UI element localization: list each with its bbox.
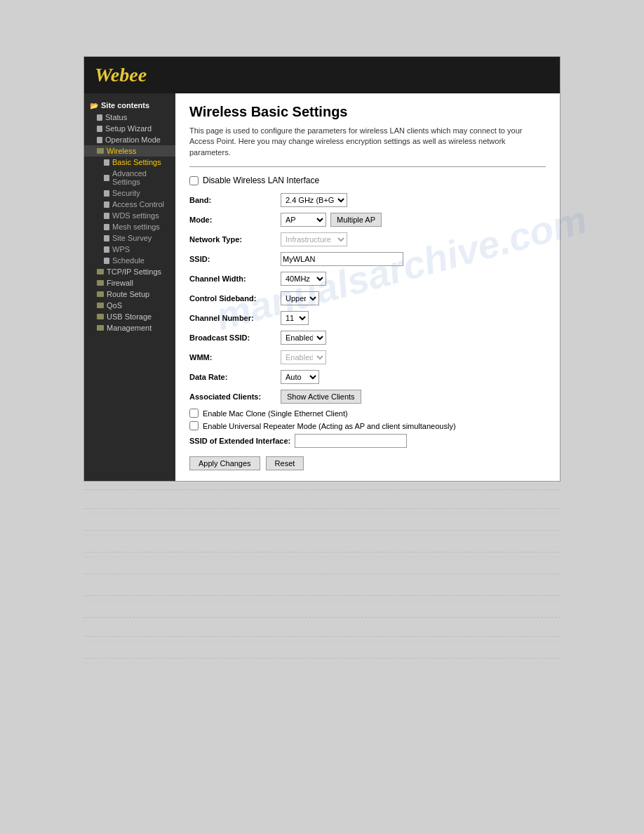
wmm-control: Enabled Disabled <box>281 350 326 364</box>
page-icon <box>104 224 109 230</box>
broadcast-ssid-label: Broadcast SSID: <box>189 333 281 342</box>
network-type-label: Network Type: <box>189 235 281 244</box>
data-rate-select[interactable]: Auto 1M2M5.5M 11M6M9M 12M18M24M 36M48M54… <box>281 370 319 384</box>
channel-number-label: Channel Number: <box>189 314 281 322</box>
folder-icon <box>97 280 104 286</box>
apply-changes-button[interactable]: Apply Changes <box>189 456 260 470</box>
ssid-extended-label: SSID of Extended Interface: <box>189 437 290 445</box>
folder-icon <box>97 291 104 297</box>
sidebar-item-wps[interactable]: WPS <box>84 244 175 255</box>
control-sideband-select[interactable]: Upper Lower <box>281 291 319 305</box>
sidebar-item-wireless[interactable]: Wireless <box>84 145 175 157</box>
universal-repeater-checkbox[interactable] <box>189 421 199 430</box>
page-icon <box>104 246 109 253</box>
channel-width-select[interactable]: 20MHz 40MHz <box>281 272 326 286</box>
folder-icon <box>97 325 104 331</box>
universal-repeater-row: Enable Universal Repeater Mode (Acting a… <box>189 421 546 430</box>
deco-line <box>83 617 561 618</box>
page-icon <box>104 258 109 264</box>
sidebar-item-site-survey[interactable]: Site Survey <box>84 232 175 244</box>
sidebar-item-firewall[interactable]: Firewall <box>84 277 175 289</box>
sidebar-item-qos[interactable]: QoS <box>84 300 175 311</box>
multiple-ap-button[interactable]: Multiple AP <box>330 213 382 227</box>
mode-row: Mode: AP Client WDS AP+WDS Multiple AP <box>189 212 546 227</box>
disable-row: Disable Wireless LAN Interface <box>189 176 546 185</box>
sidebar-item-management[interactable]: Management <box>84 322 175 333</box>
sidebar-item-route-setup[interactable]: Route Setup <box>84 289 175 300</box>
data-rate-row: Data Rate: Auto 1M2M5.5M 11M6M9M 12M18M2… <box>189 369 546 385</box>
folder-icon <box>97 269 104 274</box>
logo: Webee <box>95 64 147 86</box>
band-label: Band: <box>189 196 281 204</box>
universal-repeater-label: Enable Universal Repeater Mode (Acting a… <box>203 422 456 430</box>
page-title: Wireless Basic Settings <box>189 104 546 120</box>
band-select[interactable]: 2.4 GHz (B+G+N) 5 GHz (A+N) <box>281 193 347 207</box>
show-clients-button[interactable]: Show Active Clients <box>281 390 361 404</box>
deco-line <box>83 574 561 574</box>
deco-line <box>83 513 561 514</box>
reset-button[interactable]: Reset <box>266 456 304 470</box>
deco-line <box>83 658 561 658</box>
folder-icon: 📂 <box>90 102 98 110</box>
sidebar-item-access-control[interactable]: Access Control <box>84 199 175 210</box>
page-icon <box>104 213 109 219</box>
mode-control: AP Client WDS AP+WDS Multiple AP <box>281 213 382 227</box>
network-type-select[interactable]: Infrastructure Ad Hoc <box>281 232 347 246</box>
sidebar-item-usb-storage[interactable]: USB Storage <box>84 311 175 322</box>
page-icon <box>97 137 102 143</box>
body-area: 📂 Site contents Status Setup Wizard Oper… <box>84 93 560 481</box>
channel-number-select[interactable]: 12345 678910 111213Auto <box>281 311 309 325</box>
broadcast-ssid-select[interactable]: Enabled Disabled <box>281 331 326 345</box>
ssid-label: SSID: <box>189 255 281 263</box>
control-sideband-label: Control Sideband: <box>189 294 281 303</box>
sidebar-item-schedule[interactable]: Schedule <box>84 255 175 266</box>
broadcast-ssid-row: Broadcast SSID: Enabled Disabled <box>189 330 546 345</box>
wmm-row: WMM: Enabled Disabled <box>189 350 546 365</box>
deco-line <box>83 600 561 601</box>
deco-line <box>83 530 561 531</box>
associated-clients-row: Associated Clients: Show Active Clients <box>189 389 546 404</box>
deco-line <box>83 641 561 642</box>
mode-label: Mode: <box>189 216 281 224</box>
sidebar-item-advanced-settings[interactable]: Advanced Settings <box>84 168 175 187</box>
sidebar-item-setup-wizard[interactable]: Setup Wizard <box>84 123 175 134</box>
header: Webee <box>84 57 560 93</box>
ssid-input[interactable] <box>281 252 403 266</box>
deco-line <box>83 552 561 552</box>
broadcast-ssid-control: Enabled Disabled <box>281 331 326 345</box>
mac-clone-label: Enable Mac Clone (Single Ethernet Client… <box>203 409 348 418</box>
form-section: Disable Wireless LAN Interface Band: 2.4… <box>189 176 546 470</box>
ssid-extended-row: SSID of Extended Interface: <box>189 434 546 448</box>
deco-line <box>83 557 561 557</box>
sidebar-section-title: 📂 Site contents <box>84 99 175 112</box>
sidebar-item-mesh-settings[interactable]: Mesh settings <box>84 221 175 232</box>
channel-number-control: 12345 678910 111213Auto <box>281 311 309 325</box>
sidebar-item-tcpip[interactable]: TCP/IP Settings <box>84 266 175 277</box>
mode-select[interactable]: AP Client WDS AP+WDS <box>281 213 326 227</box>
page-icon <box>104 175 109 181</box>
sidebar-item-security[interactable]: Security <box>84 187 175 199</box>
folder-icon <box>97 314 104 319</box>
mac-clone-checkbox[interactable] <box>189 409 199 418</box>
page-icon <box>104 190 109 197</box>
control-sideband-control: Upper Lower <box>281 291 319 305</box>
deco-line <box>83 636 561 637</box>
disable-wireless-label: Disable Wireless LAN Interface <box>203 176 319 185</box>
data-rate-label: Data Rate: <box>189 373 281 381</box>
ssid-extended-input[interactable] <box>295 434 407 448</box>
sidebar-item-basic-settings[interactable]: Basic Settings <box>84 157 175 168</box>
network-type-row: Network Type: Infrastructure Ad Hoc <box>189 232 546 247</box>
disable-wireless-checkbox[interactable] <box>189 176 199 185</box>
sidebar-item-status[interactable]: Status <box>84 112 175 123</box>
deco-line <box>83 663 561 663</box>
associated-clients-control: Show Active Clients <box>281 390 361 404</box>
folder-icon <box>97 303 104 308</box>
wmm-select[interactable]: Enabled Disabled <box>281 350 326 364</box>
channel-width-row: Channel Width: 20MHz 40MHz <box>189 271 546 286</box>
page-description: This page is used to configure the param… <box>189 126 546 158</box>
ssid-row: SSID: <box>189 251 546 267</box>
sidebar-item-wds-settings[interactable]: WDS settings <box>84 210 175 221</box>
deco-line <box>83 535 561 536</box>
sidebar-item-operation-mode[interactable]: Operation Mode <box>84 134 175 145</box>
channel-number-row: Channel Number: 12345 678910 111213Auto <box>189 310 546 326</box>
